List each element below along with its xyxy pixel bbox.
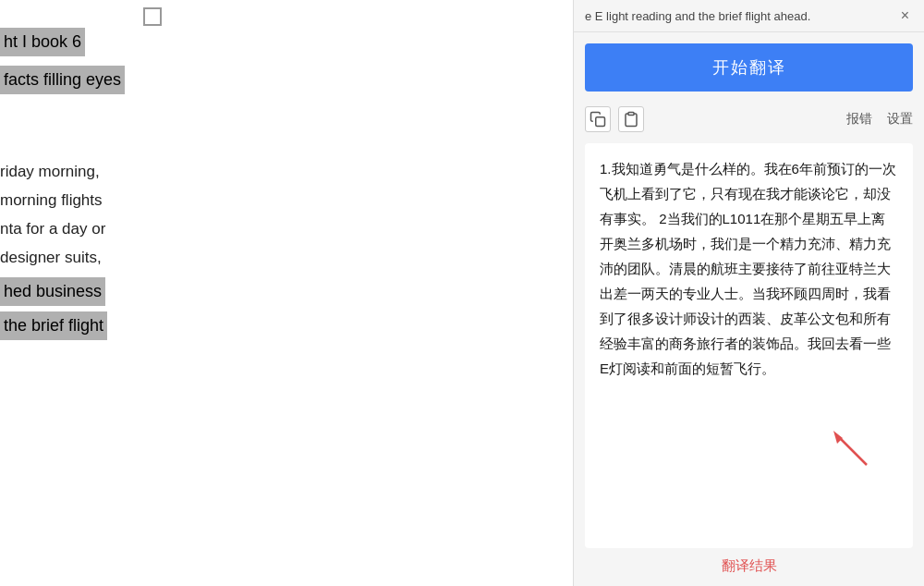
arrow-annotation <box>821 423 876 483</box>
settings-link[interactable]: 设置 <box>887 111 913 128</box>
text-line-4: morning flights <box>0 191 103 209</box>
text-line-7: hed business <box>0 277 105 306</box>
translate-button[interactable]: 开始翻译 <box>585 43 913 92</box>
document-lines: ht I book 6 facts filling eyes riday mor… <box>0 0 573 342</box>
translation-panel: e E light reading and the brief flight a… <box>573 0 924 586</box>
text-line-1: ht I book 6 <box>0 28 85 56</box>
svg-marker-3 <box>833 431 843 444</box>
document-panel: ht I book 6 facts filling eyes riday mor… <box>0 0 573 586</box>
report-link[interactable]: 报错 <box>846 111 872 128</box>
text-line-3: riday morning, <box>0 163 100 180</box>
translation-label: 翻译结果 <box>585 557 913 575</box>
text-line-6: designer suits, <box>0 249 102 266</box>
paste-icon[interactable] <box>618 106 644 132</box>
copy-icon[interactable] <box>585 106 611 132</box>
close-button[interactable]: × <box>897 7 913 24</box>
svg-rect-0 <box>596 117 605 127</box>
svg-line-2 <box>839 437 867 465</box>
topbar-text: e E light reading and the brief flight a… <box>585 9 890 23</box>
topbar: e E light reading and the brief flight a… <box>574 0 924 32</box>
text-line-2: facts filling eyes <box>0 66 125 94</box>
text-line-5: nta for a day or <box>0 220 105 238</box>
toolbar: 报错 设置 <box>574 103 924 140</box>
checkbox[interactable] <box>143 7 162 26</box>
translation-content-box: 1.我知道勇气是什么样的。我在6年前预订的一次飞机上看到了它，只有现在我才能谈论… <box>585 143 913 548</box>
svg-rect-1 <box>628 113 634 116</box>
translation-text: 1.我知道勇气是什么样的。我在6年前预订的一次飞机上看到了它，只有现在我才能谈论… <box>600 156 898 381</box>
text-line-8: the brief flight <box>0 311 107 340</box>
